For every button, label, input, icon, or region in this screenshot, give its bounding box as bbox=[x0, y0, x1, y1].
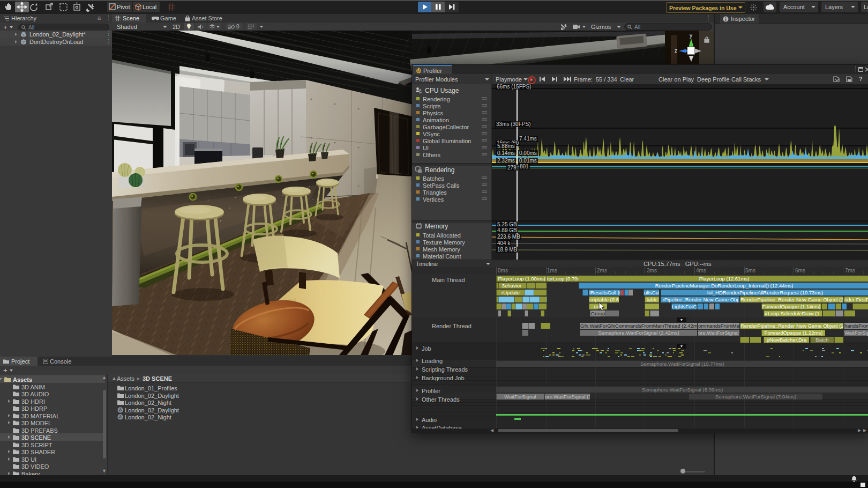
svg-text:z: z bbox=[675, 48, 677, 54]
svg-text:y: y bbox=[690, 33, 692, 39]
